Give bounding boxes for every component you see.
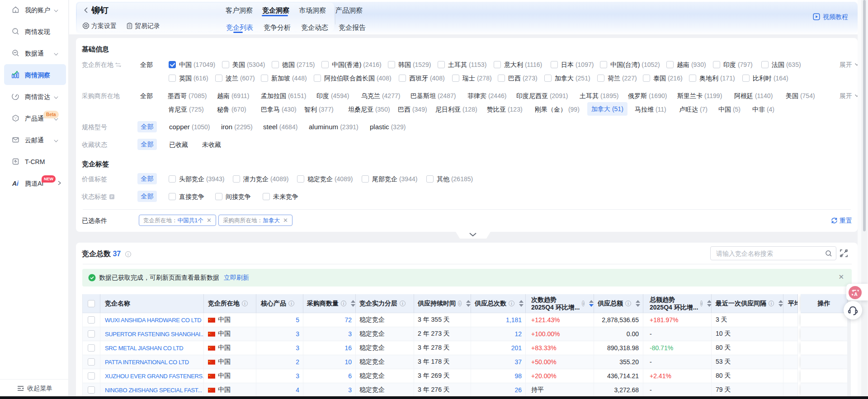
svg-text:A: A — [854, 291, 858, 297]
